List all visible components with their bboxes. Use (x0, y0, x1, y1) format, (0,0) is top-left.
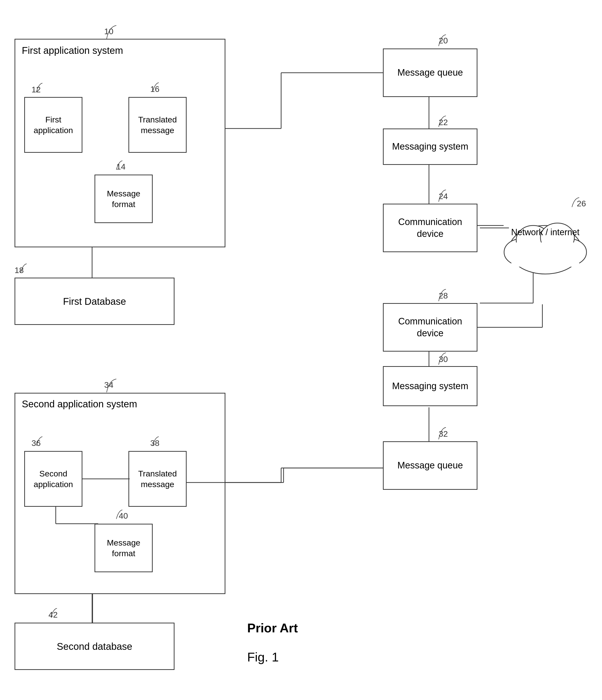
diagram: 10 First application system First applic… (0, 0, 602, 700)
first-application-box: First application (24, 97, 82, 153)
comm1-to-network (477, 218, 506, 233)
ref18-curve (11, 263, 30, 275)
communication-device-box-2: Communication device (383, 303, 477, 352)
prior-art-label: Prior Art (247, 621, 298, 635)
communication-device-box-1: Communication device (383, 204, 477, 252)
messaging-system-box-1: Messaging system (383, 128, 477, 165)
first-database-box: First Database (15, 278, 175, 325)
network-to-comm2 (477, 303, 545, 330)
ref24-curve (426, 189, 451, 204)
ref20-curve (426, 34, 451, 49)
fig1-label: Fig. 1 (247, 650, 279, 664)
network-label: Network / internet (502, 227, 589, 238)
ref28-curve (426, 289, 451, 303)
message-queue-box-1: Message queue (383, 49, 477, 97)
ref32-curve (426, 427, 451, 441)
second-database-box: Second database (15, 623, 175, 670)
ref34-curve (92, 378, 121, 395)
ref14-curve (107, 160, 126, 172)
ref16-curve (143, 82, 162, 94)
second-application-box: Second application (24, 451, 82, 507)
second-app-to-format (55, 507, 103, 526)
ref36-curve (27, 436, 46, 448)
ref30-curve (426, 352, 451, 367)
second-app-to-translated (82, 478, 131, 480)
ref38-curve (143, 436, 162, 448)
message-format-box-1: Message format (95, 175, 153, 223)
ref26-curve (565, 197, 584, 209)
ref22-curve (426, 115, 451, 128)
ref40-curve (107, 509, 126, 521)
ref10-curve (92, 24, 121, 41)
message-queue-box-2: Message queue (383, 441, 477, 490)
message-format-box-2: Message format (95, 524, 153, 572)
first-app-system-label: First application system (22, 44, 123, 57)
translated-message-box-2: Translated message (128, 451, 187, 507)
messaging-system-box-2: Messaging system (383, 366, 477, 406)
ref12-curve (27, 82, 46, 95)
ref42-curve (41, 608, 60, 620)
svg-rect-26 (512, 243, 579, 267)
translated2-to-queue (187, 468, 385, 484)
translated-message-box-1: Translated message (128, 97, 187, 153)
second-app-system-label: Second application system (22, 397, 137, 411)
second-sys-to-db (91, 594, 94, 624)
